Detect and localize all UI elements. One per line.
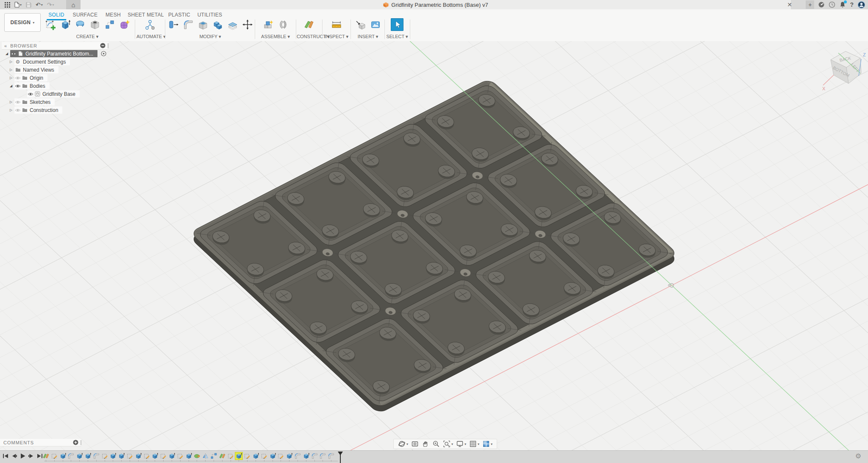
timeline-feature-extrude[interactable] bbox=[168, 452, 175, 460]
group-label-assemble[interactable]: ASSEMBLE ▾ bbox=[256, 34, 295, 39]
group-label-create[interactable]: CREATE ▾ bbox=[42, 34, 133, 39]
press-pull-button[interactable] bbox=[167, 18, 180, 31]
extrude-button[interactable] bbox=[59, 18, 72, 31]
timeline-feature-sketch[interactable] bbox=[261, 452, 268, 460]
comments-scrollbar[interactable] bbox=[81, 440, 81, 445]
browser-item-named-views[interactable]: ▷Named Views bbox=[2, 66, 108, 74]
timeline-feature-sketch[interactable] bbox=[277, 452, 284, 460]
help-icon[interactable]: ? bbox=[850, 1, 854, 8]
fit-caret[interactable]: ▾ bbox=[451, 442, 453, 446]
timeline-feature-extrude[interactable] bbox=[118, 452, 125, 460]
timeline-feature-sketch[interactable] bbox=[227, 452, 234, 460]
panel-minimize-icon[interactable] bbox=[100, 43, 106, 48]
canvas-button[interactable] bbox=[369, 18, 382, 31]
timeline-skip-start-button[interactable] bbox=[3, 453, 9, 459]
grid-settings-button[interactable]: ▾ bbox=[469, 440, 479, 448]
browser-item-bodies[interactable]: ◢Bodies bbox=[2, 82, 108, 90]
visibility-eye-icon[interactable] bbox=[10, 52, 17, 56]
joint-button[interactable] bbox=[277, 18, 289, 31]
group-label-insert[interactable]: INSERT ▾ bbox=[352, 34, 384, 39]
orbit-button[interactable]: ▾ bbox=[398, 440, 408, 448]
timeline-feature-extrude[interactable] bbox=[59, 452, 67, 460]
fillet-button[interactable] bbox=[182, 18, 195, 31]
timeline-feature-fillet[interactable] bbox=[93, 452, 100, 460]
configure-button[interactable] bbox=[144, 18, 156, 31]
timeline-position-marker[interactable] bbox=[337, 451, 344, 463]
timeline-feature-sketch[interactable] bbox=[143, 452, 150, 460]
workspace-switcher[interactable]: DESIGN ▾ bbox=[4, 13, 41, 32]
redo-caret[interactable]: ▾ bbox=[53, 3, 54, 7]
avatar[interactable] bbox=[857, 1, 865, 9]
select-button[interactable] bbox=[391, 18, 403, 31]
visibility-eye-off-icon[interactable] bbox=[14, 76, 21, 80]
expand-icon[interactable]: ▷ bbox=[8, 60, 14, 64]
comments-expand-icon[interactable] bbox=[73, 440, 78, 445]
pan-button[interactable] bbox=[422, 440, 429, 448]
group-label-automate[interactable]: AUTOMATE ▾ bbox=[136, 34, 164, 39]
timeline-feature-extrude[interactable] bbox=[185, 452, 192, 460]
timeline-feature-fillet[interactable] bbox=[67, 452, 75, 460]
construction-plane-button[interactable] bbox=[303, 18, 315, 31]
fit-button[interactable]: ▾ bbox=[443, 440, 453, 448]
browser-item-gridfinity-parametric-bottom[interactable]: ◢Gridfinity Parametric Bottom... bbox=[2, 50, 108, 58]
expand-icon[interactable]: ▷ bbox=[8, 68, 14, 72]
close-tab-icon[interactable]: ✕ bbox=[785, 0, 794, 9]
combine-button[interactable] bbox=[211, 18, 224, 31]
measure-button[interactable] bbox=[330, 18, 343, 31]
visibility-eye-off-icon[interactable] bbox=[14, 108, 21, 112]
panel-scrollbar[interactable] bbox=[108, 43, 108, 48]
browser-item-origin[interactable]: ▷Origin bbox=[2, 74, 108, 82]
revolve-button[interactable] bbox=[74, 18, 86, 31]
viewports-caret[interactable]: ▾ bbox=[491, 442, 492, 446]
group-label-modify[interactable]: MODIFY ▾ bbox=[166, 34, 254, 39]
group-label-inspect[interactable]: INSPECT ▾ bbox=[323, 34, 350, 39]
timeline-feature-fillet[interactable] bbox=[311, 452, 318, 460]
history-icon[interactable] bbox=[829, 1, 835, 8]
orbit-caret[interactable]: ▾ bbox=[406, 442, 408, 446]
grid-settings-caret[interactable]: ▾ bbox=[478, 442, 479, 446]
timeline-feature-sketch[interactable] bbox=[244, 452, 251, 460]
timeline-feature-sketch[interactable] bbox=[160, 452, 167, 460]
expand-icon[interactable]: ▷ bbox=[8, 108, 14, 112]
redo-icon[interactable]: ↷▾ bbox=[46, 0, 56, 9]
undo-icon[interactable]: ↶▾ bbox=[34, 0, 44, 9]
rectangular-pattern-button[interactable] bbox=[103, 18, 116, 31]
timeline-step-forward-button[interactable] bbox=[28, 453, 34, 459]
browser-item-construction[interactable]: ▷Construction bbox=[2, 106, 108, 114]
browser-item-gridfinity-base[interactable]: Gridfinity Base bbox=[2, 90, 108, 98]
visibility-eye-icon[interactable] bbox=[27, 92, 34, 96]
timeline-skip-end-button[interactable] bbox=[36, 453, 43, 459]
view-cube[interactable]: BACK LEFT BOTTOM Z X bbox=[821, 41, 868, 94]
timeline-feature-fillet[interactable] bbox=[328, 452, 335, 460]
create-sketch-button[interactable] bbox=[44, 18, 57, 31]
timeline-feature-revolve[interactable] bbox=[193, 452, 200, 460]
visibility-eye-icon[interactable] bbox=[14, 84, 21, 88]
timeline-feature-sketch[interactable] bbox=[51, 452, 58, 460]
move-copy-button[interactable] bbox=[241, 18, 254, 31]
comments-header[interactable]: COMMENTS bbox=[0, 439, 81, 446]
browser-item-document-settings[interactable]: ▷⚙Document Settings bbox=[2, 58, 108, 66]
hole-button[interactable] bbox=[89, 18, 101, 31]
settings-gear-icon[interactable]: ⚙ bbox=[855, 452, 861, 460]
timeline-feature-fillet[interactable] bbox=[294, 452, 301, 460]
timeline-feature-sketch[interactable] bbox=[126, 452, 134, 460]
job-status-icon[interactable] bbox=[818, 1, 825, 8]
timeline-feature-extrude[interactable] bbox=[252, 452, 259, 460]
expand-icon[interactable]: ▷ bbox=[8, 100, 14, 104]
file-menu-icon[interactable]: ▾ bbox=[13, 0, 23, 9]
timeline-feature-sketch[interactable] bbox=[101, 452, 108, 460]
group-label-select[interactable]: SELECT ▾ bbox=[386, 34, 409, 39]
timeline-feature-extrude[interactable] bbox=[151, 452, 159, 460]
timeline-feature-sketch[interactable] bbox=[177, 452, 184, 460]
visibility-eye-off-icon[interactable] bbox=[14, 100, 21, 104]
data-panel-home-button[interactable]: ⌂ bbox=[66, 0, 81, 9]
look-at-button[interactable] bbox=[411, 440, 419, 448]
timeline-feature-extrude[interactable] bbox=[286, 452, 293, 460]
activate-component-radio[interactable] bbox=[100, 51, 107, 56]
expand-icon[interactable]: ▷ bbox=[8, 76, 14, 80]
viewport-canvas[interactable]: « BROWSER ◢Gridfinity Parametric Bottom.… bbox=[0, 41, 868, 463]
app-grid-icon[interactable] bbox=[3, 0, 11, 9]
undo-caret[interactable]: ▾ bbox=[41, 3, 43, 7]
browser-header[interactable]: « BROWSER bbox=[2, 42, 108, 50]
timeline-track[interactable] bbox=[44, 461, 338, 461]
